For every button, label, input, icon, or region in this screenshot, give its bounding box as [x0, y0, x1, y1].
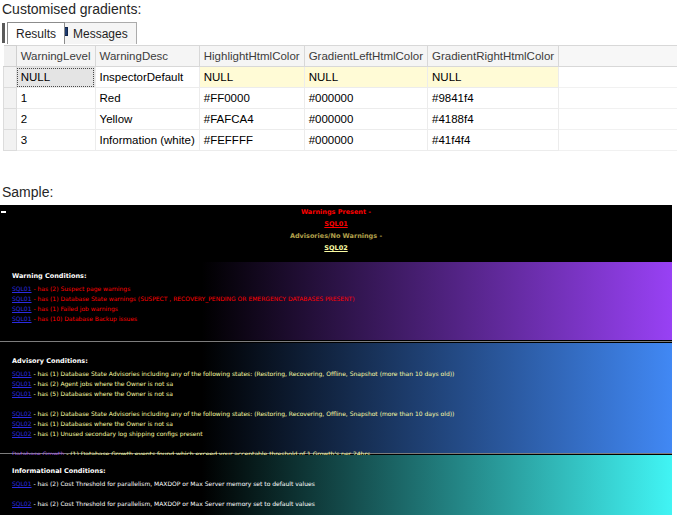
section-divider: [0, 341, 672, 342]
grid-row-header[interactable]: [4, 67, 17, 88]
grid-row-filler: [559, 109, 677, 130]
server-link[interactable]: SQL01: [12, 315, 32, 322]
grid-row: 2Yellow#FAFCA4#000000#4188f4: [4, 109, 677, 130]
report-line: SQL01 - has (10) Database Backup issues: [12, 314, 672, 324]
report-line: SQL01 - has (5) Databases where the Owne…: [12, 389, 672, 399]
grid-row-filler: [559, 88, 677, 109]
sample-label: Sample:: [2, 184, 53, 200]
grid-column-header[interactable]: HighlightHtmlColor: [199, 46, 304, 67]
grid-cell[interactable]: #000000: [304, 109, 427, 130]
grid-header-filler: [559, 46, 677, 67]
grid-cell[interactable]: Red: [95, 88, 199, 109]
condition-text: - has (1) Database State Advisories incl…: [32, 370, 455, 377]
report-line: SQL01 - has (1) Database State Advisorie…: [12, 369, 672, 379]
report-line: [12, 399, 672, 409]
report-line: SQL02 - has (2) Cost Threshold for paral…: [12, 499, 672, 509]
condition-text: - has (2) Suspect page warnings: [32, 285, 131, 292]
report-line: SQL02 - has (2) Database State Advisorie…: [12, 409, 672, 419]
grid-cell[interactable]: #000000: [304, 130, 427, 151]
grid-cell[interactable]: #FEFFFF: [199, 130, 304, 151]
grid-cell[interactable]: #4188f4: [428, 109, 559, 130]
grid-row: 1Red#FF0000#000000#9841f4: [4, 88, 677, 109]
informational-conditions-title: Informational Conditions:: [12, 466, 672, 476]
page-title: Customised gradients:: [2, 1, 141, 17]
condition-text: - has (2) Database State Advisories incl…: [32, 410, 455, 417]
grid-body: NULLInspectorDefaultNULLNULLNULL1Red#FF0…: [4, 67, 677, 151]
grid-cell[interactable]: #41f4f4: [428, 130, 559, 151]
server-link[interactable]: SQL02: [12, 500, 32, 507]
grid-cell[interactable]: Yellow: [95, 109, 199, 130]
grid-cell[interactable]: 1: [16, 88, 95, 109]
grid-row-header[interactable]: [4, 88, 17, 109]
grid-row: NULLInspectorDefaultNULLNULLNULL: [4, 67, 677, 88]
informational-conditions-band: Informational Conditions:SQL01 - has (2)…: [0, 455, 672, 515]
condition-text: - has (1) Database State warnings (SUSPE…: [32, 295, 355, 302]
grid-cell[interactable]: #000000: [304, 88, 427, 109]
server-link[interactable]: SQL02: [12, 430, 32, 437]
grid-header-row: WarningLevelWarningDescHighlightHtmlColo…: [4, 46, 677, 67]
sample-report-image: Warnings Present - SQL01 Advisories/No W…: [0, 205, 672, 515]
grid-row-header[interactable]: [4, 109, 17, 130]
report-header-band: Warnings Present - SQL01 Advisories/No W…: [0, 205, 672, 260]
grid-column-header[interactable]: GradientRightHtmlColor: [428, 46, 559, 67]
grid-cell[interactable]: NULL: [199, 67, 304, 88]
grid-column-header[interactable]: WarningDesc: [95, 46, 199, 67]
report-line: SQL01 - has (1) Database State warnings …: [12, 294, 672, 304]
report-line: [12, 489, 672, 499]
results-grid: WarningLevelWarningDescHighlightHtmlColo…: [3, 45, 677, 151]
pane-splitter-bar[interactable]: [2, 23, 5, 43]
server-link[interactable]: SQL01: [12, 380, 32, 387]
tab-results-label: Results: [16, 27, 56, 41]
tab-messages-label: Messages: [73, 27, 128, 41]
condition-text: - has (10) Database Backup issues: [32, 315, 138, 322]
condition-text: - has (2) Agent jobs where the Owner is …: [32, 380, 174, 387]
grid-row-header[interactable]: [4, 130, 17, 151]
grid-cell-selected[interactable]: NULL: [16, 67, 95, 88]
server-link[interactable]: SQL01: [12, 295, 32, 302]
server-link[interactable]: SQL02: [12, 410, 32, 417]
advisory-conditions-title: Advisory Conditions:: [12, 356, 672, 366]
advisory-server-link[interactable]: SQL02: [324, 245, 347, 252]
condition-text: - has (2) Cost Threshold for parallelism…: [32, 500, 315, 507]
grid-column-header[interactable]: WarningLevel: [16, 46, 95, 67]
advisory-conditions-band: Advisory Conditions:SQL01 - has (1) Data…: [0, 343, 672, 453]
grid-cell[interactable]: InspectorDefault: [95, 67, 199, 88]
report-line: [12, 439, 672, 449]
results-tabstrip: Results Messages: [0, 22, 677, 45]
condition-text: - has (1) Databases where the Owner is n…: [32, 420, 173, 427]
server-link[interactable]: SQL01: [12, 370, 32, 377]
warnings-present-label: Warnings Present -: [301, 209, 371, 216]
grid-cell[interactable]: 3: [16, 130, 95, 151]
report-line: SQL01 - has (2) Suspect page warnings: [12, 284, 672, 294]
grid-cell[interactable]: Information (white): [95, 130, 199, 151]
report-line: SQL01 - has (2) Cost Threshold for paral…: [12, 479, 672, 489]
condition-text: - has (1) Failed job warnings: [32, 305, 118, 312]
tab-results[interactable]: Results: [7, 22, 65, 44]
grid-cell[interactable]: 2: [16, 109, 95, 130]
report-line: SQL01 - has (1) Failed job warnings: [12, 304, 672, 314]
grid-cell[interactable]: NULL: [304, 67, 427, 88]
server-link[interactable]: SQL01: [12, 480, 32, 487]
ssms-results-pane: Customised gradients: Results Messages W…: [0, 0, 677, 518]
grid-cell[interactable]: #9841f4: [428, 88, 559, 109]
condition-text: - has (5) Databases where the Owner is n…: [32, 390, 173, 397]
grid-cell[interactable]: #FF0000: [199, 88, 304, 109]
grid-cell[interactable]: NULL: [428, 67, 559, 88]
server-link[interactable]: SQL01: [12, 305, 32, 312]
report-line: SQL01 - has (2) Agent jobs where the Own…: [12, 379, 672, 389]
grid-cell[interactable]: #FAFCA4: [199, 109, 304, 130]
grid-column-header[interactable]: GradientLeftHtmlColor: [304, 46, 427, 67]
grid-row-filler: [559, 67, 677, 88]
advisories-label: Advisories/No Warnings -: [290, 233, 382, 240]
grid-row: 3Information (white)#FEFFFF#000000#41f4f…: [4, 130, 677, 151]
warning-conditions-band: Warning Conditions:SQL01 - has (2) Suspe…: [0, 262, 672, 340]
condition-text: - has (2) Cost Threshold for parallelism…: [32, 480, 315, 487]
grid-row-filler: [559, 130, 677, 151]
warning-server-link[interactable]: SQL01: [324, 221, 347, 228]
report-line: SQL02 - has (1) Unused secondary log shi…: [12, 429, 672, 439]
condition-text: - has (1) Unused secondary log shipping …: [32, 430, 203, 437]
server-link[interactable]: SQL01: [12, 285, 32, 292]
server-link[interactable]: SQL02: [12, 420, 32, 427]
grid-corner-cell[interactable]: [4, 46, 17, 67]
server-link[interactable]: SQL01: [12, 390, 32, 397]
